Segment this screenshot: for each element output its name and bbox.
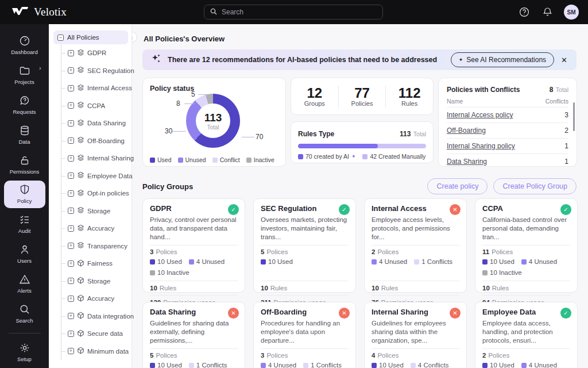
policy-group-card-off-boarding[interactable]: Off-BoardingProcedures for handling an e…	[253, 302, 356, 368]
tree-item-accuracy[interactable]: +Accuracy	[61, 290, 128, 308]
see-ai-recommendations-button[interactable]: ✦ See AI Recommendations	[451, 52, 554, 67]
expand-box-icon[interactable]: +	[68, 120, 74, 126]
rail-item-requests[interactable]: Requests	[4, 91, 45, 119]
expand-box-icon[interactable]: +	[68, 348, 74, 354]
tree-item-fairness[interactable]: +Fairness	[61, 255, 128, 273]
status-chip: 4 Unused	[521, 362, 557, 368]
rail-item-permissions[interactable]: Permissions	[4, 151, 45, 179]
shield-icon	[19, 184, 30, 195]
status-chip: 10 Used	[261, 258, 293, 265]
tree-item-storage[interactable]: +Storage	[61, 273, 128, 290]
rail-item-data[interactable]: Data	[4, 121, 45, 149]
tree-item-minimum-data[interactable]: +Minimum data	[61, 343, 128, 361]
conflict-row: Off-Boarding 2	[447, 123, 568, 139]
person-icon	[19, 244, 30, 255]
conflict-policy-link[interactable]: Off-Boarding	[447, 126, 486, 135]
ai-recommendations-banner: There are 12 recommendations for AI-base…	[142, 49, 577, 70]
tree-item-employee-data[interactable]: +Employee Data	[61, 167, 128, 185]
policy-group-card-employee-data[interactable]: Employee DataEmployee data access, handl…	[475, 302, 578, 368]
create-policy-button[interactable]: Create policy	[427, 178, 488, 194]
expand-box-icon[interactable]: +	[68, 50, 74, 56]
card-description: Privacy, control over personal data, and…	[150, 216, 238, 246]
layers-icon	[77, 49, 84, 57]
policy-group-card-ccpa[interactable]: CCPACalifornia-based control over person…	[475, 198, 578, 293]
expand-box-icon[interactable]: +	[68, 260, 74, 267]
search-input[interactable]	[222, 8, 377, 16]
expand-box-icon[interactable]: +	[68, 137, 74, 144]
tree-root-all-policies[interactable]: − All Policies	[53, 30, 128, 44]
layers-icon	[77, 66, 84, 75]
expand-box-icon[interactable]: +	[68, 67, 74, 74]
expand-box-icon[interactable]: +	[68, 190, 74, 197]
rail-item-setup[interactable]: Setup	[4, 338, 45, 366]
expand-box-icon[interactable]: +	[68, 208, 74, 214]
create-policy-group-button[interactable]: Create Policy Group	[493, 178, 577, 194]
expand-box-icon[interactable]: +	[68, 172, 74, 179]
policy-group-card-internal-access[interactable]: Internal AccessEmployee access levels, p…	[364, 198, 467, 293]
tree-item-accuracy[interactable]: +Accuracy	[61, 220, 128, 237]
collapse-box-icon[interactable]: −	[57, 34, 64, 41]
tree-item-ccpa[interactable]: +CCPA	[61, 97, 128, 115]
page-title: All Policies's Overview	[144, 34, 225, 43]
expand-box-icon[interactable]: +	[68, 278, 74, 284]
expand-box-icon[interactable]: +	[68, 155, 74, 162]
expand-box-icon[interactable]: +	[68, 313, 74, 319]
notifications-bell-icon[interactable]	[541, 6, 554, 18]
rail-item-search[interactable]: Search	[4, 300, 45, 328]
chips-block: 4 Unused1 Conflicts	[372, 256, 459, 281]
rail-divider	[9, 333, 41, 334]
expand-box-icon[interactable]: +	[68, 331, 74, 337]
chips-block: 10 Used4 Conflicts	[372, 360, 459, 368]
card-description: Employee data access, handling, and prot…	[482, 319, 570, 349]
checklist-icon	[19, 214, 30, 225]
tree-item-data-integration[interactable]: +Data integration	[61, 308, 128, 325]
tree-item-gdpr[interactable]: +GDPR	[61, 44, 128, 62]
rules-bar-ai-segment	[298, 144, 378, 148]
expand-box-icon[interactable]: +	[68, 296, 74, 302]
status-chip: 4 Conflicts	[411, 362, 449, 368]
expand-box-icon[interactable]: +	[68, 85, 74, 91]
card-description: Procedures for handling an employee's da…	[261, 319, 349, 349]
card-title: Internal Sharing	[372, 308, 459, 316]
expand-box-icon[interactable]: +	[68, 225, 74, 232]
warning-triangle-icon	[19, 274, 30, 285]
card-title: CCPA	[482, 204, 570, 213]
rail-expand-chevron-icon[interactable]: ›	[39, 64, 41, 71]
conflict-policy-link[interactable]: Internal Sharing policy	[447, 142, 515, 150]
tree-item-internal-access[interactable]: +Internal Access	[61, 79, 128, 97]
tree-item-opt-in-policies[interactable]: +Opt-in policies	[61, 185, 128, 202]
search-icon	[210, 7, 217, 17]
policy-group-card-internal-sharing[interactable]: Internal SharingGuidelines for employees…	[364, 302, 467, 368]
rail-item-users[interactable]: Users	[4, 240, 45, 268]
tree-item-transparency[interactable]: +Transparency	[61, 237, 128, 255]
user-avatar[interactable]: SM	[564, 5, 579, 20]
conflict-row: Internal Sharing policy 1	[447, 139, 568, 154]
chips-block: 10 Used1 Conflicts	[150, 360, 238, 368]
rail-item-policy[interactable]: Policy	[4, 181, 45, 209]
rail-item-alerts[interactable]: Alerts	[4, 270, 45, 298]
conflict-policy-link[interactable]: Internal Access policy	[447, 111, 513, 119]
status-chip: 10 Used	[150, 258, 182, 265]
tree-item-internal-sharing[interactable]: +Internal Sharing	[61, 150, 128, 167]
scrollbar-thumb[interactable]	[573, 102, 575, 131]
status-error-x-icon	[228, 308, 239, 319]
tree-item-storage[interactable]: +Storage	[61, 202, 128, 220]
policy-group-card-sec-regulation[interactable]: SEC RegulationOversees markets, protecti…	[253, 198, 356, 293]
tree-item-data-sharing[interactable]: +Data Sharing	[61, 114, 128, 132]
tree-item-secure-data[interactable]: +Secure data	[61, 325, 128, 343]
expand-box-icon[interactable]: +	[68, 243, 74, 249]
policy-group-card-gdpr[interactable]: GDPRPrivacy, control over personal data,…	[142, 198, 245, 293]
layers-icon	[77, 84, 84, 93]
brand[interactable]: Velotix	[0, 6, 67, 18]
policy-group-card-data-sharing[interactable]: Data SharingGuidelines for sharing data …	[142, 302, 245, 368]
rail-item-dashboard[interactable]: Dashboard	[4, 31, 45, 59]
global-search[interactable]	[204, 5, 383, 20]
tree-item-off-boarding[interactable]: +Off-Boarding	[61, 132, 128, 150]
banner-close-icon[interactable]: ✕	[560, 56, 568, 64]
status-error-x-icon	[339, 308, 350, 319]
help-icon[interactable]	[518, 6, 531, 18]
rail-item-audit[interactable]: Audit	[4, 210, 45, 238]
tree-item-sec-regulation[interactable]: +SEC Regulation	[61, 62, 128, 80]
conflict-policy-link[interactable]: Data Sharing	[447, 158, 487, 166]
expand-box-icon[interactable]: +	[68, 102, 74, 109]
